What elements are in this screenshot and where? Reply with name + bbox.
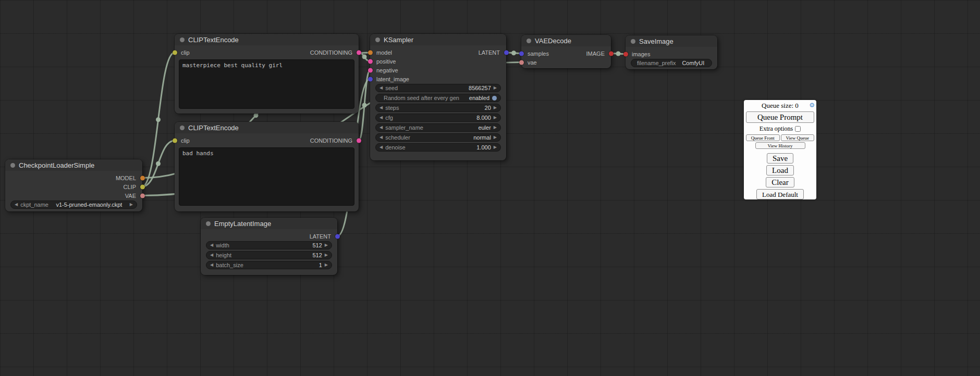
node-header[interactable]: CLIPTextEncode xyxy=(175,34,359,45)
latent-image-input-dot[interactable] xyxy=(368,77,373,81)
widget-name: seed xyxy=(385,85,398,91)
image-output-dot[interactable] xyxy=(609,51,614,56)
next-arrow-icon[interactable]: ▶ xyxy=(494,126,497,130)
widget-value: 512 xyxy=(234,252,322,258)
conditioning-output-dot[interactable] xyxy=(357,50,361,55)
decrement-arrow-icon[interactable]: ◀ xyxy=(379,116,383,120)
node-header[interactable]: KSampler xyxy=(370,34,506,45)
latent-output-dot[interactable] xyxy=(504,50,509,55)
view-queue-button[interactable]: View Queue xyxy=(781,134,815,141)
denoise-widget[interactable]: ◀ denoise 1.000 ▶ xyxy=(375,143,501,152)
widget-name: ckpt_name xyxy=(20,202,48,208)
positive-input-dot[interactable] xyxy=(368,59,373,64)
clip-input-dot[interactable] xyxy=(173,138,177,143)
node-ksampler[interactable]: KSampler model LATENT positive negative … xyxy=(370,34,506,160)
node-empty-latent-image[interactable]: EmptyLatentImage LATENT ◀ width 512 ▶ ◀ … xyxy=(201,218,337,275)
decrement-arrow-icon[interactable]: ◀ xyxy=(210,263,213,267)
seed-widget[interactable]: ◀ seed 8566257 ▶ xyxy=(375,84,501,92)
slot-label: negative xyxy=(376,67,398,73)
node-collapse-dot-icon[interactable] xyxy=(206,221,211,226)
view-history-button[interactable]: View History xyxy=(755,142,805,149)
samples-input-dot[interactable] xyxy=(519,51,524,56)
sampler-name-widget[interactable]: ◀ sampler_name euler ▶ xyxy=(375,123,501,132)
node-vae-decode[interactable]: VAEDecode samples IMAGE vae xyxy=(521,35,611,68)
latent-output-dot[interactable] xyxy=(335,234,340,239)
increment-arrow-icon[interactable]: ▶ xyxy=(494,106,497,110)
node-header[interactable]: EmptyLatentImage xyxy=(201,218,337,229)
width-widget[interactable]: ◀ width 512 ▶ xyxy=(206,241,332,249)
increment-arrow-icon[interactable]: ▶ xyxy=(325,263,328,267)
node-title: KSampler xyxy=(384,36,413,44)
slot-row: negative xyxy=(370,66,506,74)
clear-button[interactable]: Clear xyxy=(766,177,794,187)
increment-arrow-icon[interactable]: ▶ xyxy=(494,145,497,149)
node-graph-canvas[interactable]: CheckpointLoaderSimple MODEL CLIP VAE ◀ … xyxy=(0,0,980,376)
node-header[interactable]: SaveImage xyxy=(626,35,717,47)
node-collapse-dot-icon[interactable] xyxy=(526,39,531,43)
node-collapse-dot-icon[interactable] xyxy=(631,39,635,44)
decrement-arrow-icon[interactable]: ◀ xyxy=(210,253,213,257)
slot-row: clip CONDITIONING xyxy=(175,136,359,145)
node-header[interactable]: CheckpointLoaderSimple xyxy=(5,159,142,171)
next-arrow-icon[interactable]: ▶ xyxy=(494,135,497,140)
conditioning-output-dot[interactable] xyxy=(357,138,361,143)
scheduler-widget[interactable]: ◀ scheduler normal ▶ xyxy=(375,133,501,142)
widget-name: cfg xyxy=(385,115,393,121)
node-save-image[interactable]: SaveImage images filename_prefix ComfyUI xyxy=(626,35,717,69)
prev-arrow-icon[interactable]: ◀ xyxy=(15,203,18,207)
ckpt-name-widget[interactable]: ◀ ckpt_name v1-5-pruned-emaonly.ckpt ▶ xyxy=(10,200,137,209)
clip-input-dot[interactable] xyxy=(173,50,177,55)
model-input-dot[interactable] xyxy=(368,50,373,55)
steps-widget[interactable]: ◀ steps 20 ▶ xyxy=(375,104,501,112)
negative-input-dot[interactable] xyxy=(368,68,373,72)
model-output-dot[interactable] xyxy=(140,176,145,180)
settings-gear-icon[interactable]: ⚙ xyxy=(809,102,815,108)
node-collapse-dot-icon[interactable] xyxy=(10,163,15,168)
node-clip-text-encode-negative[interactable]: CLIPTextEncode clip CONDITIONING bad han… xyxy=(175,122,359,211)
load-button[interactable]: Load xyxy=(766,165,794,176)
extra-options-checkbox[interactable] xyxy=(795,126,801,132)
positive-prompt-textarea[interactable]: masterpiece best quality girl xyxy=(179,59,354,109)
next-arrow-icon[interactable]: ▶ xyxy=(130,203,133,207)
slot-label: vae xyxy=(528,59,537,66)
decrement-arrow-icon[interactable]: ◀ xyxy=(379,86,383,90)
queue-prompt-button[interactable]: Queue Prompt xyxy=(746,111,814,123)
node-header[interactable]: VAEDecode xyxy=(521,35,611,46)
increment-arrow-icon[interactable]: ▶ xyxy=(494,86,497,90)
load-default-button[interactable]: Load Default xyxy=(756,189,804,199)
cfg-widget[interactable]: ◀ cfg 8.000 ▶ xyxy=(375,114,501,122)
increment-arrow-icon[interactable]: ▶ xyxy=(494,116,497,120)
filename-prefix-widget[interactable]: filename_prefix ComfyUI xyxy=(631,59,712,67)
decrement-arrow-icon[interactable]: ◀ xyxy=(379,145,383,149)
slot-label: IMAGE xyxy=(586,51,605,57)
widget-value: v1-5-pruned-emaonly.ckpt xyxy=(51,202,127,208)
increment-arrow-icon[interactable]: ▶ xyxy=(325,253,328,257)
batch-size-widget[interactable]: ◀ batch_size 1 ▶ xyxy=(206,261,332,269)
negative-prompt-textarea[interactable]: bad hands xyxy=(179,147,354,206)
height-widget[interactable]: ◀ height 512 ▶ xyxy=(206,251,332,259)
prev-arrow-icon[interactable]: ◀ xyxy=(379,126,383,130)
random-seed-toggle-widget[interactable]: Random seed after every gen enabled xyxy=(375,94,501,102)
decrement-arrow-icon[interactable]: ◀ xyxy=(379,106,383,110)
prev-arrow-icon[interactable]: ◀ xyxy=(379,135,383,140)
node-checkpoint-loader-simple[interactable]: CheckpointLoaderSimple MODEL CLIP VAE ◀ … xyxy=(5,159,142,211)
slot-label: samples xyxy=(528,51,549,57)
vae-output-dot[interactable] xyxy=(140,193,145,198)
decrement-arrow-icon[interactable]: ◀ xyxy=(210,243,213,247)
save-button[interactable]: Save xyxy=(767,153,793,164)
images-input-dot[interactable] xyxy=(623,52,628,56)
increment-arrow-icon[interactable]: ▶ xyxy=(325,243,328,247)
node-header[interactable]: CLIPTextEncode xyxy=(175,122,359,133)
toggle-knob[interactable] xyxy=(492,96,497,101)
queue-front-button[interactable]: Queue Front xyxy=(746,134,780,141)
node-title: VAEDecode xyxy=(535,37,571,45)
node-collapse-dot-icon[interactable] xyxy=(180,37,185,42)
vae-input-dot[interactable] xyxy=(519,60,524,65)
node-clip-text-encode-positive[interactable]: CLIPTextEncode clip CONDITIONING masterp… xyxy=(175,34,359,114)
slot-row: samples IMAGE xyxy=(521,49,611,58)
node-collapse-dot-icon[interactable] xyxy=(180,126,185,130)
clip-output-dot[interactable] xyxy=(140,184,145,189)
slot-label: CONDITIONING xyxy=(310,49,352,56)
widget-value: 1.000 xyxy=(408,144,491,151)
node-collapse-dot-icon[interactable] xyxy=(375,37,380,42)
